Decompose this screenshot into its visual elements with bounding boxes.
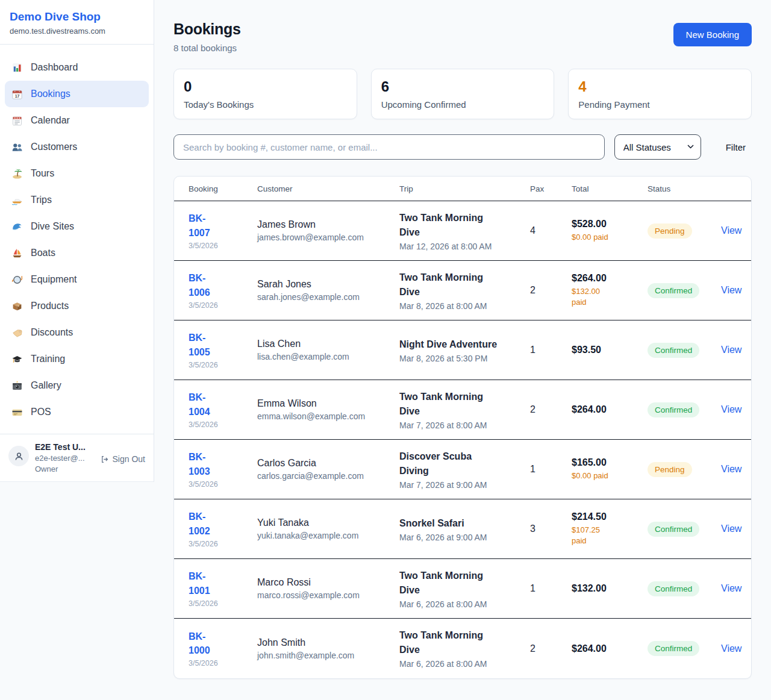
sidebar-item-discounts[interactable]: Discounts <box>5 319 149 346</box>
pax-count: 2 <box>530 643 572 654</box>
table-header-row: Booking Customer Trip Pax Total Status <box>174 177 751 201</box>
brand-block: Demo Dive Shop demo.test.divestreams.com <box>0 0 154 45</box>
page-title: Bookings <box>173 20 241 38</box>
view-booking-link[interactable]: View <box>721 404 741 414</box>
trip-datetime: Mar 12, 2026 at 8:00 AM <box>399 242 530 251</box>
dive-mask-icon <box>11 273 23 286</box>
column-header-booking: Booking <box>189 184 257 193</box>
sidebar-item-bookings[interactable]: 17 Bookings <box>5 81 149 107</box>
sidebar-item-dive-sites[interactable]: Dive Sites <box>5 213 149 240</box>
booking-created-date: 3/5/2026 <box>189 242 257 250</box>
booking-id-link[interactable]: BK-1004 <box>189 390 223 418</box>
pax-count: 1 <box>530 583 572 594</box>
customer-email: marco.rossi@example.com <box>257 590 399 600</box>
sidebar-item-label: Bookings <box>31 89 70 99</box>
table-row: BK-1007 3/5/2026 James Brown james.brown… <box>174 201 751 261</box>
booking-created-date: 3/5/2026 <box>189 659 257 667</box>
customer-name: James Brown <box>257 219 399 230</box>
paid-amount: $107.25 paid <box>572 525 616 546</box>
column-header-total: Total <box>572 184 648 193</box>
booking-id-link[interactable]: BK-1007 <box>189 211 223 239</box>
view-booking-link[interactable]: View <box>721 464 741 474</box>
booking-id-link[interactable]: BK-1002 <box>189 510 223 537</box>
sidebar-item-label: Customers <box>31 142 77 152</box>
customer-email: yuki.tanaka@example.com <box>257 531 399 540</box>
sidebar-item-label: Discounts <box>31 327 73 338</box>
sidebar-item-training[interactable]: Training <box>5 346 149 372</box>
total-amount: $214.50 <box>572 511 648 522</box>
filter-controls: All Statuses Filter <box>173 134 752 160</box>
trip-name: Two Tank Morning Dive <box>399 628 499 657</box>
status-badge: Confirmed <box>648 343 699 358</box>
booking-id-link[interactable]: BK-1003 <box>189 450 223 478</box>
status-badge: Confirmed <box>648 402 699 417</box>
total-amount: $264.00 <box>572 643 648 654</box>
trip-datetime: Mar 8, 2026 at 8:00 AM <box>399 301 530 311</box>
sign-out-button[interactable]: Sign Out <box>100 454 145 464</box>
spiral-calendar-icon <box>11 114 23 127</box>
sidebar-item-dashboard[interactable]: Dashboard <box>5 54 149 81</box>
sidebar-item-label: Products <box>31 301 69 311</box>
sidebar-item-label: Calendar <box>31 115 70 126</box>
sidebar-item-label: Tours <box>31 168 54 179</box>
sidebar-item-trips[interactable]: Trips <box>5 187 149 213</box>
search-input[interactable] <box>173 134 605 160</box>
status-badge: Confirmed <box>648 522 699 537</box>
booking-id-link[interactable]: BK-1000 <box>189 630 223 657</box>
customer-name: Marco Rossi <box>257 577 399 588</box>
customer-name: Sarah Jones <box>257 279 399 290</box>
trip-name: Two Tank Morning Dive <box>399 390 499 419</box>
stat-label: Upcoming Confirmed <box>381 99 545 110</box>
view-booking-link[interactable]: View <box>721 643 741 654</box>
customer-name: Yuki Tanaka <box>257 517 399 528</box>
status-select-wrap: All Statuses <box>614 134 701 160</box>
trip-name: Two Tank Morning Dive <box>399 270 499 299</box>
sidebar-item-tours[interactable]: Tours <box>5 160 149 187</box>
sidebar: Demo Dive Shop demo.test.divestreams.com… <box>0 0 154 482</box>
sidebar-item-label: Training <box>31 354 65 364</box>
sidebar-nav: Dashboard 17 Bookings Calendar Customers… <box>0 45 154 425</box>
booking-id-link[interactable]: BK-1006 <box>189 271 223 299</box>
sidebar-item-pos[interactable]: POS <box>5 399 149 425</box>
sidebar-item-products[interactable]: Products <box>5 293 149 319</box>
table-row: BK-1002 3/5/2026 Yuki Tanaka yuki.tanaka… <box>174 499 751 559</box>
graduation-cap-icon <box>11 353 23 365</box>
page-header: Bookings 8 total bookings New Booking <box>173 20 752 53</box>
new-booking-button[interactable]: New Booking <box>673 23 752 46</box>
sidebar-item-label: POS <box>31 407 51 417</box>
sign-out-label: Sign Out <box>113 454 145 464</box>
stats-row: 0 Today's Bookings 6 Upcoming Confirmed … <box>173 69 752 119</box>
sidebar-item-calendar[interactable]: Calendar <box>5 107 149 134</box>
customer-email: james.brown@example.com <box>257 233 399 242</box>
customer-email: john.smith@example.com <box>257 651 399 660</box>
user-role: Owner <box>35 464 94 473</box>
trip-datetime: Mar 6, 2026 at 8:00 AM <box>399 659 530 669</box>
view-booking-link[interactable]: View <box>721 285 741 295</box>
user-section: E2E Test U... e2e-tester@... Owner Sign … <box>0 434 154 481</box>
customer-email: emma.wilson@example.com <box>257 411 399 421</box>
status-select[interactable]: All Statuses <box>614 134 701 160</box>
booking-created-date: 3/5/2026 <box>189 540 257 548</box>
booking-id-link[interactable]: BK-1005 <box>189 331 223 358</box>
customer-name: Emma Wilson <box>257 398 399 409</box>
sidebar-item-boats[interactable]: Boats <box>5 240 149 266</box>
pax-count: 2 <box>530 285 572 296</box>
table-row: BK-1000 3/5/2026 John Smith john.smith@e… <box>174 619 751 678</box>
status-badge: Confirmed <box>648 581 699 596</box>
sidebar-item-customers[interactable]: Customers <box>5 134 149 160</box>
trip-datetime: Mar 8, 2026 at 5:30 PM <box>399 354 530 363</box>
table-row: BK-1001 3/5/2026 Marco Rossi marco.rossi… <box>174 559 751 619</box>
user-email: e2e-tester@... <box>35 454 94 463</box>
sign-out-icon <box>100 455 109 464</box>
view-booking-link[interactable]: View <box>721 583 741 593</box>
sidebar-item-equipment[interactable]: Equipment <box>5 266 149 293</box>
sidebar-item-gallery[interactable]: Gallery <box>5 372 149 399</box>
pax-count: 3 <box>530 523 572 534</box>
view-booking-link[interactable]: View <box>721 225 741 236</box>
booking-created-date: 3/5/2026 <box>189 599 257 608</box>
booking-id-link[interactable]: BK-1001 <box>189 569 223 597</box>
view-booking-link[interactable]: View <box>721 345 741 355</box>
view-booking-link[interactable]: View <box>721 523 741 534</box>
svg-text:17: 17 <box>14 93 19 98</box>
filter-button[interactable]: Filter <box>720 142 752 152</box>
